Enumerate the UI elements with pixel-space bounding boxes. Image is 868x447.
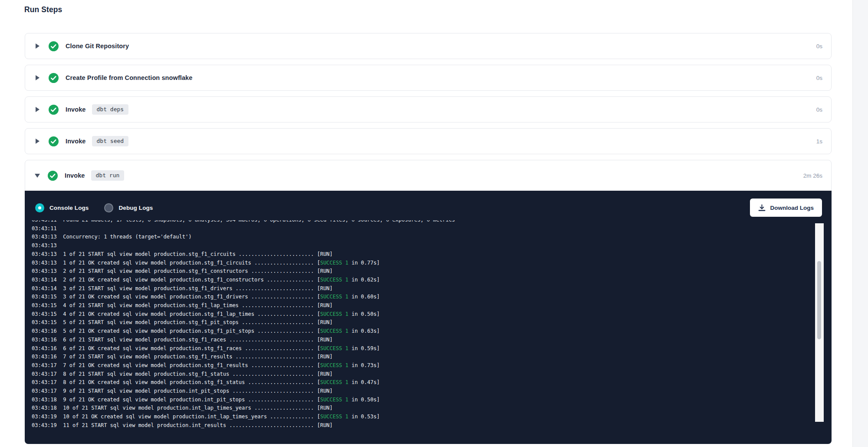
log-success-text: SUCCESS 1 (320, 311, 349, 317)
log-text: 4 of 21 OK created sql view model produc… (63, 311, 320, 317)
log-line: 03:43:13 1 of 21 OK created sql view mod… (32, 259, 812, 268)
log-text: 7 of 21 OK created sql view model produc… (63, 362, 320, 368)
log-timestamp: 03:43:19 (32, 414, 63, 420)
step-duration: 0s (816, 43, 822, 50)
log-text: in 0.77s] (349, 260, 380, 266)
log-text: 3 of 21 START sql view model production.… (63, 285, 332, 291)
log-timestamp: 03:43:14 (32, 285, 63, 291)
log-text: 6 of 21 START sql view model production.… (63, 337, 332, 343)
log-timestamp: 03:43:14 (32, 277, 63, 283)
log-line: 03:43:13 1 of 21 START sql view model pr… (32, 250, 812, 259)
log-timestamp: 03:43:18 (32, 397, 63, 403)
log-text: 11 of 21 START sql view model production… (63, 422, 332, 428)
log-text: 8 of 21 START sql view model production.… (63, 371, 332, 377)
page-title: Run Steps (24, 5, 62, 14)
log-success-text: SUCCESS 1 (320, 328, 349, 334)
chevron-right-icon[interactable] (36, 139, 39, 144)
log-timestamp: 03:43:15 (32, 311, 63, 317)
log-text: 10 of 21 OK created sql view model produ… (63, 414, 320, 420)
radio-selected-icon[interactable] (35, 203, 44, 212)
step-card-create-profile: Create Profile from Connection snowflake… (25, 65, 832, 91)
success-check-icon (49, 136, 59, 146)
log-success-text: SUCCESS 1 (320, 414, 349, 420)
log-timestamp: 03:43:17 (32, 362, 63, 368)
log-line: 03:43:11 Found 21 models, 17 tests, 0 sn… (32, 220, 812, 225)
step-label: Invoke (66, 106, 86, 113)
log-text: 5 of 21 OK created sql view model produc… (63, 328, 320, 334)
step-card-invoke-dbt-deps: Invoke dbt deps 0s (25, 96, 832, 123)
log-text: Concurrency: 1 threads (target='default'… (63, 234, 191, 240)
log-timestamp: 03:43:11 (32, 220, 63, 223)
log-text: 8 of 21 OK created sql view model produc… (63, 379, 320, 385)
log-timestamp: 03:43:15 (32, 294, 63, 300)
log-success-text: SUCCESS 1 (320, 294, 349, 300)
success-check-icon (49, 105, 59, 115)
radio-debug-logs[interactable]: Debug Logs (104, 203, 153, 212)
radio-unselected-icon[interactable] (104, 203, 113, 212)
chevron-right-icon[interactable] (36, 75, 39, 80)
radio-console-logs[interactable]: Console Logs (35, 203, 89, 212)
log-timestamp: 03:43:13 (32, 260, 63, 266)
log-line: 03:43:16 5 of 21 OK created sql view mod… (32, 327, 812, 336)
log-text: 1 of 21 OK created sql view model produc… (63, 260, 320, 266)
log-timestamp: 03:43:13 (32, 242, 57, 248)
chevron-right-icon[interactable] (36, 43, 39, 49)
step-command-badge: dbt deps (92, 104, 129, 115)
log-text: Found 21 models, 17 tests, 0 snapshots, … (63, 220, 455, 223)
radio-console-logs-label: Console Logs (49, 205, 89, 211)
step-header-invoke-dbt-seed[interactable]: Invoke dbt seed 1s (25, 129, 831, 154)
step-header-clone-git-repository[interactable]: Clone Git Repository 0s (25, 33, 831, 59)
console-scrollbar-thumb[interactable] (817, 261, 821, 339)
log-timestamp: 03:43:16 (32, 337, 63, 343)
log-timestamp: 03:43:17 (32, 379, 63, 385)
log-text: 5 of 21 START sql view model production.… (63, 319, 332, 325)
log-text: 4 of 21 START sql view model production.… (63, 302, 332, 308)
log-text: in 0.60s] (349, 294, 380, 300)
log-line: 03:43:17 7 of 21 OK created sql view mod… (32, 361, 812, 370)
console-panel: Console Logs Debug Logs Download Logs 03… (25, 191, 832, 444)
log-text: in 0.63s] (349, 328, 380, 334)
step-card-invoke-dbt-seed: Invoke dbt seed 1s (25, 128, 832, 154)
step-header-create-profile[interactable]: Create Profile from Connection snowflake… (25, 65, 831, 90)
console-scrollbar-track[interactable] (815, 223, 824, 422)
step-duration: 2m 26s (803, 172, 822, 179)
log-timestamp: 03:43:13 (32, 251, 63, 257)
download-logs-button[interactable]: Download Logs (750, 199, 822, 217)
log-line: 03:43:16 6 of 21 START sql view model pr… (32, 336, 812, 344)
log-line: 03:43:16 6 of 21 OK created sql view mod… (32, 344, 812, 353)
log-text: in 0.50s] (349, 397, 380, 403)
chevron-right-icon[interactable] (36, 107, 39, 112)
log-line: 03:43:16 7 of 21 START sql view model pr… (32, 353, 812, 361)
run-steps-list: Clone Git Repository 0s Create Profile f… (25, 33, 832, 444)
log-timestamp: 03:43:15 (32, 319, 63, 325)
log-text: in 0.73s] (349, 362, 380, 368)
log-text: 10 of 21 START sql view model production… (63, 405, 332, 411)
step-duration: 1s (816, 138, 822, 145)
chevron-down-icon[interactable] (35, 174, 40, 178)
log-success-text: SUCCESS 1 (320, 362, 349, 368)
log-text: 2 of 21 OK created sql view model produc… (63, 277, 320, 283)
log-timestamp: 03:43:13 (32, 268, 63, 274)
log-text: 1 of 21 START sql view model production.… (63, 251, 332, 257)
log-timestamp: 03:43:16 (32, 354, 63, 360)
log-success-text: SUCCESS 1 (320, 397, 349, 403)
log-text: in 0.53s] (349, 414, 380, 420)
log-success-text: SUCCESS 1 (320, 379, 349, 385)
log-timestamp: 03:43:17 (32, 388, 63, 394)
step-header-invoke-dbt-run[interactable]: Invoke dbt run 2m 26s (25, 160, 831, 191)
log-text: in 0.59s] (349, 345, 380, 351)
log-line: 03:43:11 (32, 225, 812, 233)
log-line: 03:43:17 8 of 21 OK created sql view mod… (32, 378, 812, 387)
step-header-invoke-dbt-deps[interactable]: Invoke dbt deps 0s (25, 97, 831, 122)
step-command-badge: dbt run (91, 170, 125, 181)
step-label: Create Profile from Connection snowflake (66, 74, 192, 81)
radio-debug-logs-label: Debug Logs (118, 205, 153, 211)
log-timestamp: 03:43:18 (32, 405, 63, 411)
step-card-clone-git-repository: Clone Git Repository 0s (25, 33, 832, 59)
log-line: 03:43:14 2 of 21 OK created sql view mod… (32, 276, 812, 285)
step-label: Invoke (66, 138, 86, 145)
log-text: 3 of 21 OK created sql view model produc… (63, 294, 320, 300)
log-line: 03:43:15 3 of 21 OK created sql view mod… (32, 293, 812, 301)
step-duration: 0s (816, 106, 822, 113)
log-timestamp: 03:43:16 (32, 345, 63, 351)
